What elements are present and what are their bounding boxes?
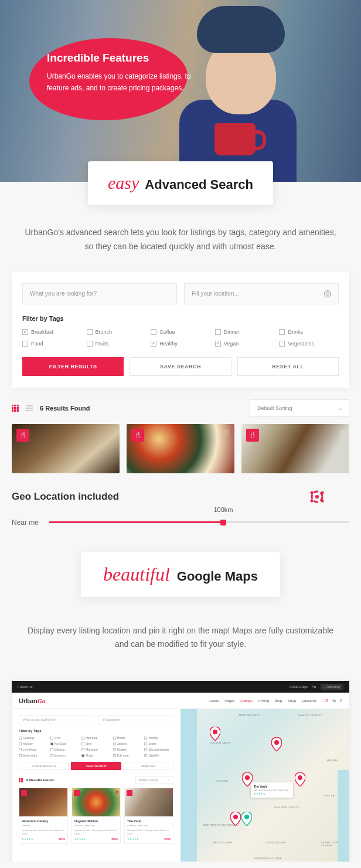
tag-checkbox[interactable]: Breakfast [22,329,82,335]
demo-tag-checkbox[interactable]: Jeans [144,742,173,745]
nav-item[interactable]: Pricing [258,699,269,703]
nav-item[interactable]: Pages [224,699,234,703]
add-listing-button[interactable]: + Add listing [321,684,343,690]
reset-all-button[interactable]: RESET ALL [237,357,339,376]
tag-checkbox[interactable]: Healthy [151,341,210,347]
user-name[interactable]: Cintia Edge [290,685,308,689]
demo-tag-checkbox[interactable]: Idea [81,742,111,745]
map-pin-icon[interactable] [210,727,220,741]
nav-item[interactable]: Listings [240,699,252,703]
map-pin-icon[interactable] [295,772,305,786]
map-area-label: WEST VILLAGE [213,841,232,844]
slider-value: 100km [213,506,233,513]
favorites-icon[interactable]: ♡2 [322,699,328,703]
demo-tag-checkbox[interactable]: Health [113,736,142,740]
map-area-label: GREENWICH VILLAGE [254,857,282,860]
demo-listing-card[interactable]: ♥ Historical GalleryChelseaVenenatis fau… [19,788,68,844]
grid-view-icon[interactable] [12,405,19,412]
search-keyword-input[interactable]: What you are looking for? [22,283,177,304]
nav-item[interactable]: Shop [288,699,296,703]
list-view-icon[interactable] [26,405,33,411]
crosshair-icon[interactable] [324,290,331,297]
checkbox-icon [279,341,285,347]
heart-icon[interactable]: ♡ [223,429,230,437]
listing-card[interactable]: 🍴 [12,424,120,473]
demo-tag-checkbox[interactable]: Mountaineering [144,748,173,751]
chevron-down-icon: ⌵ [339,405,342,411]
cart-icon[interactable]: 🛍 [312,685,316,689]
logo[interactable]: UrbanGo [19,697,45,704]
demo-tag-checkbox[interactable]: Manicure [81,748,111,751]
search-icon[interactable]: ⚲ [339,699,342,703]
demo-search-input[interactable]: What you are looking for? [19,715,94,724]
geo-title: Geo Location included [12,491,349,503]
demo-tag-checkbox[interactable]: Multimedia [19,754,48,757]
demo-tag-checkbox[interactable]: Healthy [144,736,173,740]
map-popup[interactable]: The Vault 200 5th St, New York, NY 10011… [251,782,293,798]
results-bar: 6 Results Found Default Sorting⌵ [12,399,349,417]
tag-checkbox[interactable]: Fruits [87,341,147,347]
demo-listing-card[interactable]: ♥ Organic MarketChelsea - New YorkVenena… [71,788,121,844]
heart-icon[interactable]: ♥ [116,790,118,794]
maps-intro: Display every listing location and pin i… [0,603,361,670]
checkbox-icon [87,329,93,335]
demo-tag-checkbox[interactable]: Nail care [113,754,142,757]
map-pin-icon[interactable] [241,812,252,826]
nav-item[interactable]: Blog [275,699,282,703]
tag-checkbox[interactable]: Vegetables [279,341,339,347]
save-search-button[interactable]: SAVE SEARCH [130,357,231,376]
nav-item[interactable]: Elements [302,699,316,703]
demo-tag-checkbox[interactable]: Hot Spot [50,742,80,745]
demo-listing-card[interactable]: ♥ The VaultChelsea - New YorkVenenatis f… [124,788,173,844]
search-location-input[interactable]: Fill your location... [184,283,339,304]
map-area-label: CHELSEA [216,779,228,782]
demo-results-count: 6 Results Found [26,778,54,782]
demo-left-panel: What you are looking for? All Categories… [12,709,180,862]
grid-view-icon[interactable] [19,778,23,782]
tag-checkbox[interactable]: Brunch [87,329,147,335]
tag-checkbox[interactable]: Coffee [151,329,210,335]
listing-card[interactable]: 🍴♡ [127,424,234,473]
demo-filter-button[interactable]: FILTER RESULTS [19,762,69,770]
sort-dropdown[interactable]: Default Sorting⌵ [250,399,349,417]
demo-tag-checkbox[interactable]: Nightlife [144,754,173,757]
listing-card[interactable]: 🍴♡ [241,424,349,473]
demo-tag-checkbox[interactable]: Getaway [19,736,48,740]
nav-item[interactable]: Home [209,699,219,703]
demo-save-button[interactable]: SAVE SEARCH [71,762,121,770]
distance-slider[interactable]: 100km [49,517,349,528]
tags-grid: BreakfastBrunchCoffeeDinnerDrinksFoodFru… [22,329,339,347]
demo-tag-checkbox[interactable]: Gym [50,736,80,740]
maps-demo-screenshot: Follow us: Cintia Edge 🛍 + Add listing U… [12,681,349,862]
tag-checkbox[interactable]: Food [22,341,82,347]
demo-tag-checkbox[interactable]: Museum [50,754,80,757]
demo-tag-checkbox[interactable]: Hair care [81,736,111,740]
demo-category-input[interactable]: All Categories [98,715,173,724]
demo-tag-checkbox[interactable]: Makeup [50,748,80,751]
tag-checkbox[interactable]: Vegan [215,341,275,347]
map-pin-icon[interactable] [271,737,282,751]
heart-icon[interactable]: ♡ [338,429,345,437]
hero-description: UrbanGo enables you to categorize listin… [47,70,193,94]
demo-topbar: Follow us: Cintia Edge 🛍 + Add listing [12,681,349,693]
hero-section: Incredible Features UrbanGo enables you … [0,0,361,182]
category-badge-icon [74,790,80,796]
script-beautiful: beautiful [103,564,170,585]
filter-results-button[interactable]: FILTER RESULTS [22,357,124,376]
heart-icon[interactable]: ♥ [169,790,171,794]
demo-reset-button[interactable]: RESET ALL [124,762,173,770]
demo-tag-checkbox[interactable]: Music [81,754,111,757]
demo-sort-dropdown[interactable]: Default Sorting⌵ [135,776,173,784]
tag-checkbox[interactable]: Dinner [215,329,275,335]
tag-checkbox[interactable]: Drinks [279,329,339,335]
demo-map[interactable]: MIDTOWN WESTTHEATER DISTRICTHUDSON YARDS… [180,709,349,862]
demo-tag-checkbox[interactable]: Modern [113,748,142,751]
demo-tag-checkbox[interactable]: Live Music [19,748,48,751]
cart-icon[interactable]: 🛍 [332,699,336,703]
hero-title: Incredible Features [47,52,193,65]
heart-icon[interactable]: ♥ [63,790,66,794]
demo-tag-checkbox[interactable]: Holiday [19,742,48,745]
map-area-label: FLATIRON DISTRICT [274,806,300,809]
map-pin-icon[interactable] [230,812,241,826]
demo-tag-checkbox[interactable]: Jackets [113,742,142,745]
